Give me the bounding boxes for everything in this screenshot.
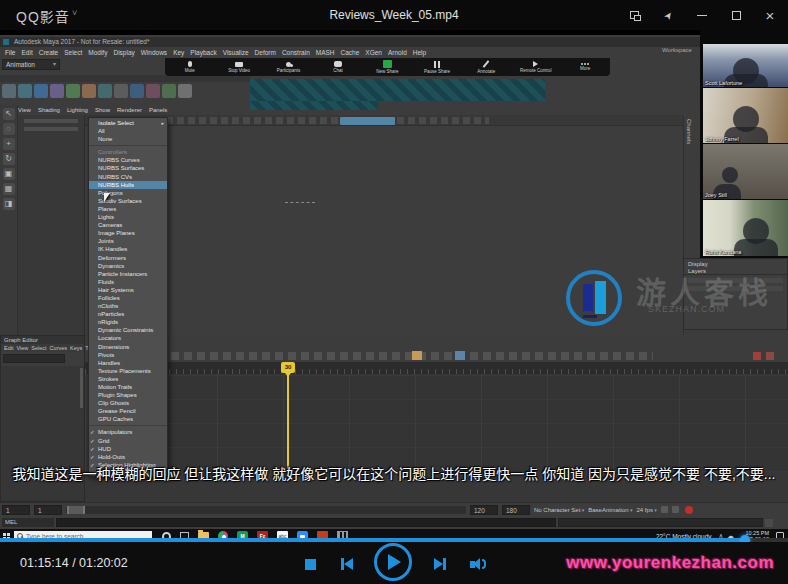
show-menu-item: Planes [89,205,167,213]
zoom-toolbar-label: New Share [376,69,398,74]
graph-editor-menus: EditViewSelectCurvesKeysTangents [1,344,84,352]
next-button[interactable] [434,558,446,570]
graph-editor-search-field [3,354,65,363]
zoom-toolbar-icon [483,60,490,67]
graph-editor-menu-item: View [16,345,28,351]
shelf-icon [162,84,176,98]
player-titlebar: QQ影音 ˅ Reviews_Week_05.mp4 ➤ × [0,0,788,30]
layer-row [688,278,783,283]
graph-editor-title: Graph Editor [1,336,84,344]
zoom-toolbar-item: Mute [165,61,214,73]
show-menu-item: HUD [89,445,167,453]
windows-taskbar: Type here to search M Fz abc 22°C Mostly… [0,529,788,538]
previous-button[interactable] [341,558,353,570]
command-feedback-field [558,518,763,527]
display-layers-panel: Display Layers [683,258,788,330]
select-tool-icon: ↖ [3,108,15,120]
show-menu-item [89,423,167,426]
show-menu-item: Lights [89,213,167,221]
zoom-toolbar-icon [188,61,192,67]
show-menu-item: Deformers [89,254,167,262]
share-indicator-stripes [250,79,545,101]
maya-app-icon: M [237,531,248,539]
show-menu-item: Dynamic Constraints [89,326,167,334]
show-menu-item: Cameras [89,221,167,229]
show-menu-item: nCloths [89,302,167,310]
show-menu-item: All [89,127,167,135]
maya-menu-item: Edit [21,49,32,56]
video-surface[interactable]: Autodesk Maya 2017 - Not for Resale: unt… [0,30,788,538]
taskbar-search-box: Type here to search [14,531,152,539]
participant-name-label: Johnny Farrel [705,136,739,142]
site-url-watermark: www.yourenkezhan.com [566,553,774,573]
share-indicator-stripes-small [250,101,378,110]
panel-menu-item: Lighting [67,107,88,113]
play-button[interactable] [374,543,412,581]
text-doc-icon: abc [277,531,288,539]
timeline-icon-row [85,350,788,362]
zoom-meeting-toolbar: Mute Stop Video Participants Cha [165,58,610,76]
show-menu-item: IK Handles [89,245,167,253]
anim-layer-dropdown: BaseAnimation [588,507,632,513]
command-line-row: MEL [0,516,788,529]
rotate-tool-icon: ↻ [3,153,15,165]
show-menu-item: Fluids [89,278,167,286]
maya-shelf [0,75,250,105]
zoom-toolbar-icon [286,62,291,67]
maya-toolbox: ↖ ◌ + ↻ ▣ ▦ ◨ [0,105,18,335]
show-menu-item: NURBS Curves [89,156,167,164]
lasso-tool-icon: ◌ [3,123,15,135]
zoom-toolbar-item: Pause Share [412,61,461,74]
shelf-icon [18,84,32,98]
fps-dropdown: 24 fps [637,507,657,513]
volume-button[interactable] [470,558,486,570]
show-menu-item: Isolate Select [89,119,167,127]
command-input-field [56,518,556,527]
panel-menu-item: View [18,107,31,113]
panel-menu-item: Panels [149,107,167,113]
participant-name-label: Joey Still [705,192,727,198]
taskbar-tray: 22°C Mostly cloudy ∧☁ 10:25 PM 2019-06-1… [656,530,788,538]
stop-button[interactable] [305,559,316,570]
shelf-icons [0,82,250,98]
show-menu-item: Locators [89,334,167,342]
zoom-toolbar-label: Mute [185,68,195,73]
shelf-icon [146,84,160,98]
zoom-toolbar-icon [235,62,243,67]
playback-end-field: 120 [470,505,498,515]
mouse-cursor [104,193,110,202]
minimize-button[interactable] [694,7,710,23]
show-menu-item: Subdiv Surfaces [89,197,167,205]
always-on-top-button[interactable]: ➤ [660,7,676,23]
scale-tool-icon: ▣ [3,168,15,180]
maya-menu-item: Playback [190,49,216,56]
command-line-mode: MEL [2,518,54,527]
mini-mode-button[interactable] [626,7,642,23]
graph-editor-menu-item: Edit [4,345,13,351]
remote-desktop-icon [337,531,348,539]
zoom-app-icon [297,531,308,539]
time-slider [85,362,788,374]
show-menu-item: NURBS Surfaces [89,164,167,172]
zoom-toolbar-item: Remote Control [511,61,560,73]
maya-menu-item: Visualize [223,49,249,56]
layer-row [688,286,783,291]
playback-options-icon [661,506,668,513]
powerpoint-icon [317,531,328,539]
show-menu-item: Controllers [89,148,167,156]
show-menu-item: Motion Trails [89,383,167,391]
maya-menu-item: Windows [141,49,167,56]
show-menu-item: None [89,135,167,143]
maya-menu-item: Select [64,49,82,56]
shelf-icon [98,84,112,98]
workspace-label: Workspace [662,47,692,53]
close-button[interactable]: × [762,7,778,23]
show-menu-item: Hair Systems [89,286,167,294]
maximize-button[interactable] [728,7,744,23]
show-menu-item [89,143,167,146]
show-dropdown-menu: Isolate SelectAllNoneControllersNURBS Cu… [88,117,168,477]
zoom-toolbar-icon [383,60,392,68]
record-icon [766,352,774,360]
playback-start-field: 1 [34,505,62,515]
app-menu-button[interactable]: QQ影音 [16,6,70,26]
